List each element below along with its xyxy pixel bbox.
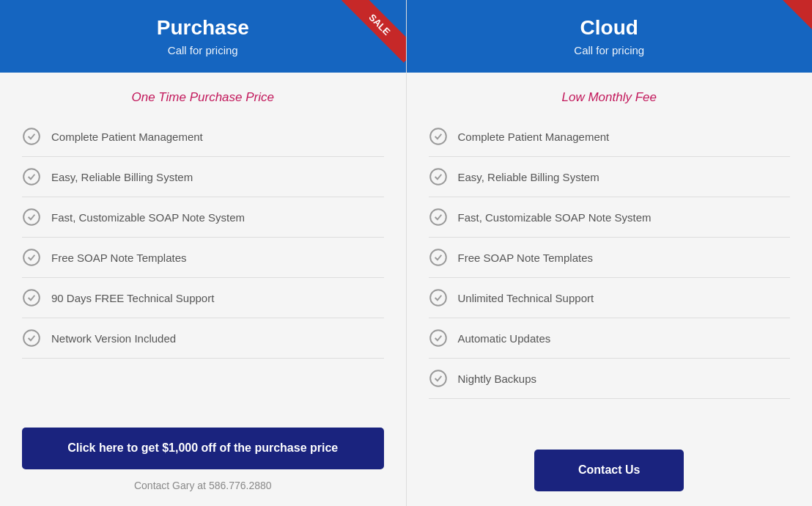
svg-point-6	[430, 128, 446, 144]
check-circle-icon	[429, 329, 448, 348]
check-circle-icon	[429, 167, 448, 186]
feature-text: Easy, Reliable Billing System	[458, 171, 599, 183]
purchase-header: Purchase Call for pricing SALE	[0, 0, 406, 73]
pricing-container: Purchase Call for pricing SALE One Time …	[0, 0, 812, 506]
cloud-footer: Contact Us	[407, 435, 813, 506]
list-item: Free SOAP Note Templates	[22, 238, 384, 278]
feature-text: Complete Patient Management	[458, 131, 610, 143]
cloud-header: Cloud Call for pricing	[407, 0, 813, 73]
svg-point-7	[430, 169, 446, 185]
list-item: Nightly Backups	[429, 359, 791, 399]
corner-ribbon	[783, 0, 812, 29]
check-circle-icon	[429, 369, 448, 388]
list-item: Unlimited Technical Support	[429, 278, 791, 318]
cloud-title: Cloud	[421, 16, 798, 40]
check-circle-icon	[22, 167, 41, 186]
purchase-features-list: Complete Patient Management Easy, Reliab…	[0, 117, 406, 413]
svg-point-12	[430, 370, 446, 386]
cloud-cta-button[interactable]: Contact Us	[534, 450, 684, 491]
purchase-cta-button[interactable]: Click here to get $1,000 off of the purc…	[22, 428, 384, 469]
list-item: Fast, Customizable SOAP Note System	[22, 197, 384, 238]
cloud-features-list: Complete Patient Management Easy, Reliab…	[407, 117, 813, 435]
svg-point-2	[23, 209, 40, 225]
check-circle-icon	[22, 329, 41, 348]
check-circle-icon	[22, 248, 41, 267]
feature-text: Automatic Updates	[458, 332, 551, 345]
cloud-subtitle: Call for pricing	[421, 44, 798, 56]
cloud-card-subtitle: Low Monthly Fee	[407, 73, 813, 117]
svg-point-5	[23, 330, 40, 346]
feature-text: 90 Days FREE Technical Support	[51, 292, 214, 304]
svg-point-1	[23, 169, 40, 185]
list-item: Fast, Customizable SOAP Note System	[429, 197, 791, 238]
svg-point-11	[430, 330, 446, 346]
purchase-card-subtitle: One Time Purchase Price	[0, 73, 406, 117]
check-circle-icon	[429, 127, 448, 146]
purchase-card: Purchase Call for pricing SALE One Time …	[0, 0, 406, 506]
list-item: Complete Patient Management	[22, 117, 384, 157]
svg-point-3	[23, 249, 40, 265]
sale-ribbon: SALE	[334, 0, 406, 72]
feature-text: Fast, Customizable SOAP Note System	[458, 211, 652, 224]
feature-text: Free SOAP Note Templates	[51, 252, 187, 264]
svg-point-10	[430, 290, 446, 306]
list-item: Easy, Reliable Billing System	[22, 157, 384, 197]
cloud-card: Cloud Call for pricing Low Monthly Fee C…	[406, 0, 813, 506]
feature-text: Free SOAP Note Templates	[458, 252, 594, 264]
feature-text: Network Version Included	[51, 332, 176, 345]
list-item: Automatic Updates	[429, 318, 791, 359]
purchase-contact-text: Contact Gary at 586.776.2880	[134, 480, 272, 491]
feature-text: Easy, Reliable Billing System	[51, 171, 193, 183]
feature-text: Nightly Backups	[458, 373, 537, 385]
purchase-footer: Click here to get $1,000 off of the purc…	[0, 413, 406, 506]
check-circle-icon	[429, 208, 448, 227]
svg-point-0	[23, 128, 40, 144]
list-item: Easy, Reliable Billing System	[429, 157, 791, 197]
svg-point-9	[430, 249, 446, 265]
feature-text: Unlimited Technical Support	[458, 292, 594, 304]
check-circle-icon	[22, 127, 41, 146]
feature-text: Complete Patient Management	[51, 131, 203, 143]
feature-text: Fast, Customizable SOAP Note System	[51, 211, 245, 224]
list-item: Network Version Included	[22, 318, 384, 359]
list-item: 90 Days FREE Technical Support	[22, 278, 384, 318]
check-circle-icon	[22, 208, 41, 227]
sale-badge: SALE	[342, 0, 406, 62]
list-item: Complete Patient Management	[429, 117, 791, 157]
check-circle-icon	[22, 288, 41, 307]
check-circle-icon	[429, 248, 448, 267]
list-item: Free SOAP Note Templates	[429, 238, 791, 278]
check-circle-icon	[429, 288, 448, 307]
svg-point-4	[23, 290, 40, 306]
svg-point-8	[430, 209, 446, 225]
